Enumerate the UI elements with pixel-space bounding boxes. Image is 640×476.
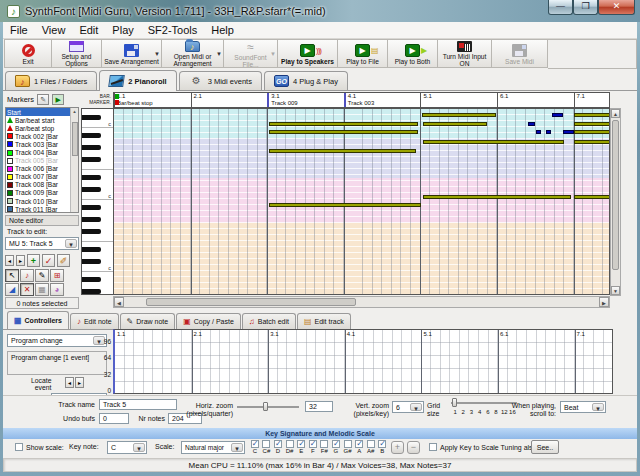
tab-1-files-folders[interactable]: ♪1 Files / Folders <box>5 71 97 90</box>
midi-note[interactable] <box>423 122 487 126</box>
select-tool[interactable]: ↖ <box>5 269 19 282</box>
midi-note[interactable] <box>269 130 418 134</box>
prev-note-button[interactable]: ◂ <box>5 255 14 266</box>
menu-file[interactable]: File <box>3 23 35 37</box>
scale-note-ds[interactable]: D# <box>284 440 296 455</box>
scale-note-checkbox[interactable] <box>251 440 259 448</box>
scale-note-checkbox[interactable] <box>332 440 340 448</box>
menu-view[interactable]: View <box>35 23 73 37</box>
scale-note-c[interactable]: C <box>249 440 261 455</box>
scroll-up-icon[interactable]: ▲ <box>611 109 620 118</box>
soundfont-file-button[interactable]: ≈SoundFont File...▼ <box>224 39 278 68</box>
marker-item[interactable]: Start <box>6 108 78 116</box>
controller-chart[interactable]: 1.12.13.14.15.16.17.1 <box>113 329 613 394</box>
midi-note[interactable] <box>422 113 496 117</box>
next-note-button[interactable]: ▸ <box>16 255 25 266</box>
midi-note[interactable] <box>423 195 571 199</box>
color-tool[interactable]: ◕ <box>50 283 64 296</box>
scale-note-f[interactable]: F <box>307 440 319 455</box>
scale-note-g[interactable]: G <box>330 440 342 455</box>
editor-tab-draw-note[interactable]: ✎Draw note <box>120 313 176 329</box>
marker-item[interactable]: Track 007 [Bar <box>6 173 78 181</box>
pianoroll-grid[interactable] <box>113 108 610 295</box>
midi-note[interactable] <box>269 203 421 207</box>
add-scale-note-button[interactable]: + <box>391 441 404 454</box>
horiz-zoom-value[interactable]: 32 <box>305 401 333 412</box>
marker-play-button[interactable]: ▶ <box>52 94 64 105</box>
scroll-left-icon[interactable]: ◀ <box>114 297 124 307</box>
scale-note-fs[interactable]: F# <box>319 440 331 455</box>
scale-note-checkbox[interactable] <box>367 440 375 448</box>
play-both-button[interactable]: ▶Play to Both <box>388 39 438 68</box>
marker-item[interactable]: Bar/beat stop <box>6 124 78 132</box>
ruler-bar[interactable]: 5.1 <box>420 93 497 107</box>
play-file-button[interactable]: ▶Play to File <box>338 39 388 68</box>
ruler-bar[interactable]: 3.1Track 009 <box>267 93 344 107</box>
close-button[interactable]: ✕ <box>598 0 635 15</box>
show-scale-checkbox[interactable] <box>15 443 23 451</box>
locate-prev-button[interactable]: ◂ <box>65 377 74 388</box>
scale-note-checkbox[interactable] <box>262 440 270 448</box>
undo-bufs-field[interactable]: 0 <box>99 413 129 424</box>
midi-note[interactable] <box>269 122 418 126</box>
open-midi-button[interactable]: Open Midi or Arrangement▼ <box>162 39 224 68</box>
ruler-bar[interactable]: 2.1 <box>191 93 268 107</box>
play-speakers-button[interactable]: ▶Play to Speakers <box>278 39 338 68</box>
accept-button[interactable]: ✓ <box>42 254 55 267</box>
scale-select[interactable]: Natural major <box>181 441 245 454</box>
ruler-bar[interactable]: 6.1 <box>497 93 574 107</box>
chord-tool[interactable]: ▦ <box>35 283 49 296</box>
pianoroll-horizontal-scrollbar[interactable]: ◀ ▶ <box>113 296 610 308</box>
marker-item[interactable]: Track 010 [Bar <box>6 197 78 205</box>
title-bar[interactable]: ♪ SynthFont [Midi Guru, Version 1.711] -… <box>0 0 640 22</box>
scale-note-d[interactable]: D <box>272 440 284 455</box>
marker-edit-button[interactable]: ✎ <box>37 94 49 105</box>
editor-tab-controllers[interactable]: ▦Controllers <box>7 311 69 329</box>
scale-note-as[interactable]: A# <box>365 440 377 455</box>
editor-tab-edit-note[interactable]: ♪Edit note <box>70 313 119 329</box>
zoom-region-tool[interactable]: ⊞ <box>50 269 64 282</box>
scale-note-cs[interactable]: C# <box>261 440 273 455</box>
marker-item[interactable]: Bar/beat start <box>6 116 78 124</box>
scale-note-checkbox[interactable] <box>320 440 328 448</box>
marker-item[interactable]: Track 006 [Bar <box>6 165 78 173</box>
midi-note-short[interactable] <box>552 113 563 117</box>
track-to-edit-select[interactable]: MU 5: Track 5 <box>5 237 79 250</box>
locate-next-button[interactable]: ▸ <box>75 377 84 388</box>
marker-item[interactable]: Track 008 [Bar <box>6 181 78 189</box>
exit-button[interactable]: Exit <box>4 39 52 68</box>
editor-tab-batch-edit[interactable]: ♫Batch edit <box>242 313 296 329</box>
scale-note-checkbox[interactable] <box>378 440 386 448</box>
ruler-bar[interactable]: 7.1 <box>574 93 640 107</box>
midi-note-short[interactable] <box>563 130 574 134</box>
save-arrangement-button[interactable]: Save Arrangement▼ <box>102 39 162 68</box>
draw-note-tool[interactable]: ✎ <box>35 269 49 282</box>
editor-tab-edit-track[interactable]: ▤Edit track <box>297 313 351 329</box>
piano-keyboard[interactable]: ccc <box>81 108 113 295</box>
see-button[interactable]: See.. <box>531 440 559 454</box>
marker-list-scrollbar[interactable]: ▴ <box>70 108 78 212</box>
erase-tool[interactable]: ◢ <box>5 283 19 296</box>
ruler-bar[interactable]: 4.1Track 003 <box>344 93 421 107</box>
scroll-down-icon[interactable]: ▼ <box>611 286 620 295</box>
scale-note-checkbox[interactable] <box>344 440 352 448</box>
midi-note[interactable] <box>574 113 610 117</box>
midi-note[interactable] <box>574 140 610 144</box>
midi-note[interactable] <box>574 130 610 134</box>
remove-scale-note-button[interactable]: − <box>407 441 420 454</box>
listen-note-tool[interactable]: ♪ <box>20 269 34 282</box>
editor-tab-copy-paste[interactable]: ▣Copy / Paste <box>176 313 241 329</box>
scale-note-b[interactable]: B <box>377 440 389 455</box>
scale-note-checkbox[interactable] <box>274 440 282 448</box>
tab-2-pianoroll[interactable]: 2 Pianoroll <box>99 70 176 91</box>
midi-note-short[interactable] <box>536 130 541 134</box>
midi-note[interactable] <box>269 149 416 153</box>
vert-zoom-select[interactable]: 6 <box>392 401 424 413</box>
edit-pen-button[interactable]: ✐ <box>57 254 70 267</box>
marker-item[interactable]: Track 009 [Bar <box>6 189 78 197</box>
midi-note[interactable] <box>423 140 564 144</box>
ruler-bar[interactable]: 1.1Bar/beat stop <box>114 93 191 107</box>
minimize-button[interactable]: — <box>548 0 573 15</box>
key-note-select[interactable]: C <box>107 441 147 454</box>
scale-note-e[interactable]: E <box>295 440 307 455</box>
